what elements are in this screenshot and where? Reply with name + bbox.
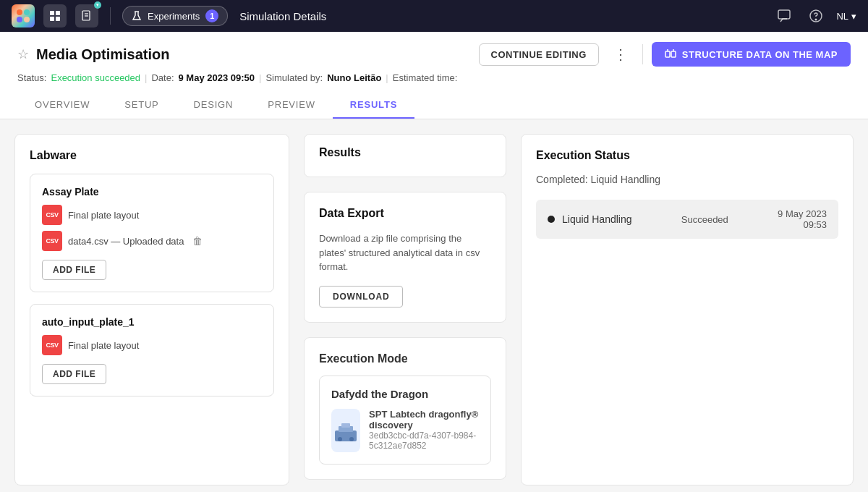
tab-results[interactable]: RESULTS (333, 92, 414, 119)
svg-rect-16 (671, 51, 676, 57)
simulated-value: Nuno Leitão (327, 72, 381, 83)
svg-point-1 (24, 9, 30, 15)
tab-design[interactable]: DESIGN (176, 92, 251, 119)
liquid-handling-label: Liquid Handling (562, 213, 632, 225)
tab-preview[interactable]: PREVIEW (250, 92, 333, 119)
map-icon (665, 48, 676, 60)
auto-plate-title: auto_input_plate_1 (42, 316, 262, 328)
nav-divider (110, 7, 111, 25)
status-succeeded-label: Succeeded (681, 214, 728, 225)
tab-setup[interactable]: SETUP (107, 92, 176, 119)
execution-mode-card: Execution Mode Dafydd the Dragon (304, 337, 506, 480)
auto-file-label: Final plate layout (68, 340, 139, 351)
star-icon[interactable]: ☆ (17, 46, 29, 62)
nav-right: NL ▾ (773, 4, 856, 27)
status-date: 9 May 2023 09:53 (778, 208, 827, 230)
continue-editing-button[interactable]: CONTINUE EDITING (479, 43, 599, 66)
labware-section: Labware Assay Plate CSV Final plate layo… (14, 134, 289, 485)
status-dot-icon (548, 216, 555, 223)
svg-rect-5 (56, 11, 60, 15)
exec-status-title: Execution Status (536, 149, 838, 162)
completed-text: Completed: Liquid Handling (536, 174, 838, 185)
date-label: Date: (151, 72, 174, 83)
dashboard-icon-btn[interactable] (43, 4, 67, 27)
machine-model: SPT Labtech dragonfly® discovery (369, 409, 479, 430)
assay-file-row-2: CSV data4.csv — Uploaded data 🗑 (42, 231, 262, 251)
status-row: Liquid Handling Succeeded 9 May 2023 09:… (536, 200, 838, 239)
project-title: Media Optimisation (36, 46, 169, 63)
svg-rect-12 (778, 10, 790, 19)
assay-file-row-1: CSV Final plate layout (42, 205, 262, 225)
main-content: Labware Assay Plate CSV Final plate layo… (0, 119, 868, 492)
data-export-desc: Download a zip file comprising the plate… (319, 232, 491, 274)
help-icon-btn[interactable] (804, 4, 827, 27)
date-value: 9 May 2023 09:50 (179, 72, 255, 83)
more-options-button[interactable]: ⋮ (608, 43, 634, 66)
assay-file-label: Final plate layout (68, 210, 139, 221)
machine-box: Dafydd the Dragon SPT Labtech dragonfly®… (319, 376, 491, 465)
labware-title: Labware (30, 149, 274, 162)
machine-details: SPT Labtech dragonfly® discovery 3edb3cb… (369, 409, 479, 451)
user-avatar[interactable]: NL ▾ (836, 11, 856, 22)
execution-status-card: Execution Status Completed: Liquid Handl… (521, 134, 854, 485)
logo[interactable] (12, 4, 35, 27)
results-section: Results Data Export Download a zip file … (304, 134, 506, 485)
sub-header: ☆ Media Optimisation CONTINUE EDITING ⋮ … (0, 32, 868, 119)
svg-point-14 (816, 19, 817, 20)
labware-item-auto: auto_input_plate_1 CSV Final plate layou… (30, 304, 274, 396)
docs-icon-btn[interactable]: ▾ (75, 4, 98, 27)
data-export-card: Data Export Download a zip file comprisi… (304, 192, 506, 323)
page-title-nav: Simulation Details (239, 10, 326, 22)
svg-rect-15 (665, 51, 670, 57)
auto-file-row: CSV Final plate layout (42, 335, 262, 355)
csv-icon-1: CSV (42, 205, 62, 225)
delete-file-icon[interactable]: 🗑 (192, 235, 203, 247)
results-title: Results (319, 146, 491, 159)
estimated-label: Estimated time: (393, 72, 458, 83)
csv-icon-3: CSV (42, 335, 62, 355)
tab-overview[interactable]: OVERVIEW (17, 92, 107, 119)
svg-point-22 (338, 437, 342, 441)
machine-name: Dafydd the Dragon (331, 388, 479, 400)
machine-image (331, 409, 360, 452)
title-row: ☆ Media Optimisation (17, 46, 169, 63)
svg-point-3 (24, 17, 30, 22)
machine-id: 3edb3cbc-dd7a-4307-b984-5c312ae7d852 (369, 430, 479, 451)
svg-rect-4 (50, 11, 54, 15)
chevron-down-icon: ▾ (851, 11, 856, 22)
simulated-label: Simulated by: (265, 72, 323, 83)
data-export-title: Data Export (319, 207, 491, 220)
svg-point-23 (349, 437, 354, 441)
status-label: Status: (17, 72, 46, 83)
sep1: | (145, 72, 147, 83)
svg-rect-21 (341, 423, 350, 428)
structure-btn-label: STRUCTURE DATA ON THE MAP (682, 49, 838, 60)
csv-icon-2: CSV (42, 231, 62, 251)
add-file-button-2[interactable]: ADD FILE (42, 364, 106, 384)
svg-point-0 (17, 9, 22, 15)
sep2: | (259, 72, 261, 83)
add-file-button-1[interactable]: ADD FILE (42, 260, 106, 280)
assay-uploaded-label: data4.csv — Uploaded data (68, 236, 184, 247)
execution-mode-title: Execution Mode (319, 352, 491, 365)
experiments-label: Experiments (148, 11, 200, 22)
meta-row: Status: Execution succeeded | Date: 9 Ma… (17, 72, 851, 83)
action-divider (642, 44, 643, 64)
top-nav: ▾ Experiments 1 Simulation Details NL ▾ (0, 0, 868, 32)
download-button[interactable]: DOWNLOAD (319, 286, 403, 308)
status-value: Execution succeeded (51, 72, 140, 83)
tabs: OVERVIEW SETUP DESIGN PREVIEW RESULTS (17, 92, 851, 119)
results-header-card: Results (304, 134, 506, 177)
labware-item-assay: Assay Plate CSV Final plate layout CSV d… (30, 174, 274, 292)
svg-point-2 (17, 17, 22, 22)
action-row: CONTINUE EDITING ⋮ STRUCTURE DATA ON THE… (479, 42, 851, 67)
status-left: Liquid Handling (548, 213, 632, 225)
svg-rect-6 (50, 17, 54, 21)
svg-rect-7 (56, 17, 60, 21)
structure-data-button[interactable]: STRUCTURE DATA ON THE MAP (652, 42, 851, 67)
experiments-nav-btn[interactable]: Experiments 1 (122, 6, 228, 26)
status-time-value: 09:53 (778, 219, 827, 230)
chat-icon-btn[interactable] (773, 4, 796, 27)
status-date-value: 9 May 2023 (778, 208, 827, 219)
user-initials: NL (836, 11, 848, 22)
